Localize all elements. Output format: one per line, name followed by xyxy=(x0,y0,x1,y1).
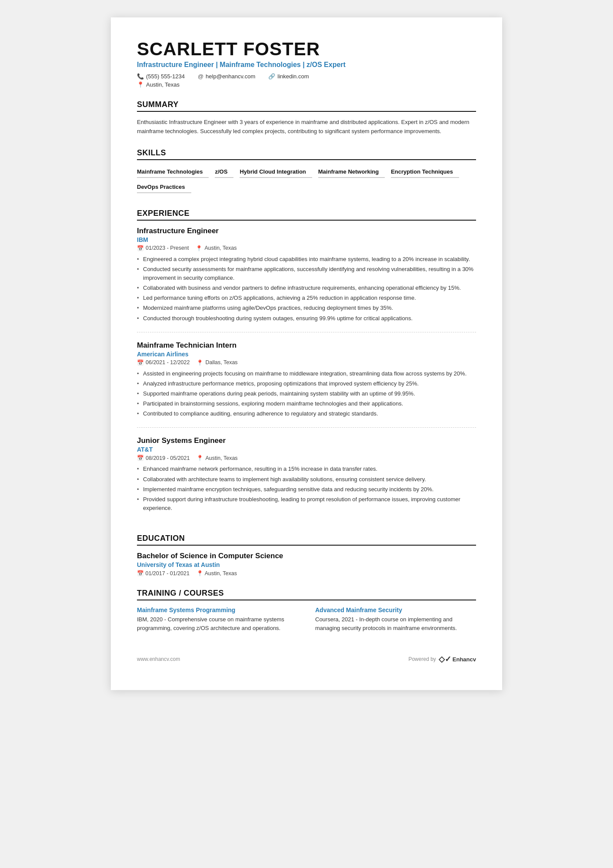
enhancv-icon: ◇✓ xyxy=(439,654,451,664)
contact-row-1: 📞 (555) 555-1234 @ help@enhancv.com 🔗 li… xyxy=(137,73,476,80)
bullet-item: Engineered a complex project integrating… xyxy=(137,255,476,264)
job-title: Infrastructure Engineer xyxy=(137,227,476,235)
education-title: EDUCATION xyxy=(137,534,476,546)
phone-icon: 📞 xyxy=(137,73,144,80)
bullet-item: Conducted security assessments for mainf… xyxy=(137,265,476,282)
linkedin-value: linkedin.com xyxy=(277,73,309,80)
job-entry: Mainframe Technician Intern American Air… xyxy=(137,341,476,428)
location-icon: 📍 xyxy=(197,359,203,366)
training-title: TRAINING / COURSES xyxy=(137,589,476,600)
company-name: American Airlines xyxy=(137,351,476,358)
edu-meta: 📅 01/2017 - 01/2021 📍 Austin, Texas xyxy=(137,570,476,576)
job-entry: Infrastructure Engineer IBM 📅 01/2023 - … xyxy=(137,227,476,332)
bullet-list: Assisted in engineering projects focusin… xyxy=(137,369,476,419)
location-icon: 📍 xyxy=(137,81,144,88)
calendar-icon: 📅 xyxy=(137,245,144,251)
job-dates: 01/2023 - Present xyxy=(146,245,189,251)
skills-list: Mainframe Technologiesz/OSHybrid Cloud I… xyxy=(137,166,476,197)
job-location: Dallas, Texas xyxy=(205,359,237,365)
edu-location-item: 📍 Austin, Texas xyxy=(197,570,237,576)
skill-item: Mainframe Networking xyxy=(318,166,385,178)
summary-section: SUMMARY Enthusiastic Infrastructure Engi… xyxy=(137,100,476,136)
edu-dates: 01/2017 - 01/2021 xyxy=(145,570,189,576)
job-location-item: 📍 Austin, Texas xyxy=(197,455,237,461)
skill-item: Hybrid Cloud Integration xyxy=(240,166,312,178)
edu-degree: Bachelor of Science in Computer Science xyxy=(137,552,476,560)
experience-section: EXPERIENCE Infrastructure Engineer IBM 📅… xyxy=(137,209,476,522)
job-dates: 06/2021 - 12/2022 xyxy=(146,359,190,365)
footer: www.enhancv.com Powered by ◇✓ Enhancv xyxy=(137,654,476,664)
location-value: Austin, Texas xyxy=(146,81,180,88)
job-meta: 📅 06/2021 - 12/2022 📍 Dallas, Texas xyxy=(137,359,476,366)
training-grid: Mainframe Systems Programming IBM, 2020 … xyxy=(137,607,476,633)
job-meta: 📅 08/2019 - 05/2021 📍 Austin, Texas xyxy=(137,455,476,461)
bullet-item: Enhanced mainframe network performance, … xyxy=(137,465,476,473)
job-title: Junior Systems Engineer xyxy=(137,436,476,445)
calendar-icon: 📅 xyxy=(137,455,144,461)
powered-by-text: Powered by xyxy=(408,656,436,662)
footer-brand: Powered by ◇✓ Enhancv xyxy=(408,654,476,664)
training-item-title: Advanced Mainframe Security xyxy=(315,607,476,613)
skill-item: Encryption Techniques xyxy=(391,166,459,178)
linkedin-contact: 🔗 linkedin.com xyxy=(268,73,309,80)
education-section: EDUCATION Bachelor of Science in Compute… xyxy=(137,534,476,576)
brand-name: Enhancv xyxy=(453,656,476,663)
job-location-item: 📍 Austin, Texas xyxy=(196,245,237,251)
bullet-item: Provided support during infrastructure t… xyxy=(137,495,476,513)
edu-location: Austin, Texas xyxy=(205,570,237,576)
job-location: Austin, Texas xyxy=(204,245,237,251)
training-item-text: Coursera, 2021 - In-depth course on impl… xyxy=(315,615,476,633)
summary-text: Enthusiastic Infrastructure Engineer wit… xyxy=(137,118,476,136)
bullet-item: Assisted in engineering projects focusin… xyxy=(137,369,476,378)
training-item-text: IBM, 2020 - Comprehensive course on main… xyxy=(137,615,298,633)
skills-section: SKILLS Mainframe Technologiesz/OSHybrid … xyxy=(137,148,476,197)
phone-value: (555) 555-1234 xyxy=(146,73,185,80)
job-location: Austin, Texas xyxy=(205,455,237,461)
bullet-item: Contributed to compliance auditing, ensu… xyxy=(137,409,476,418)
skill-item: z/OS xyxy=(215,166,233,178)
bullet-item: Implemented mainframe encryption techniq… xyxy=(137,485,476,494)
edu-location-icon: 📍 xyxy=(197,570,203,576)
contact-row-2: 📍 Austin, Texas xyxy=(137,81,476,88)
location-contact: 📍 Austin, Texas xyxy=(137,81,180,88)
skills-title: SKILLS xyxy=(137,148,476,160)
location-icon: 📍 xyxy=(197,455,203,461)
bullet-item: Analyzed infrastructure performance metr… xyxy=(137,379,476,388)
job-entry: Junior Systems Engineer AT&T 📅 08/2019 -… xyxy=(137,436,476,522)
experience-title: EXPERIENCE xyxy=(137,209,476,221)
calendar-icon: 📅 xyxy=(137,570,144,576)
resume-document: SCARLETT FOSTER Infrastructure Engineer … xyxy=(111,17,502,690)
email-icon: @ xyxy=(198,73,203,80)
bullet-item: Conducted thorough troubleshooting durin… xyxy=(137,314,476,323)
skill-item: DevOps Practices xyxy=(137,181,191,193)
header: SCARLETT FOSTER Infrastructure Engineer … xyxy=(137,39,476,88)
calendar-icon: 📅 xyxy=(137,359,144,366)
bullet-item: Collaborated with business and vendor pa… xyxy=(137,284,476,292)
bullet-list: Enhanced mainframe network performance, … xyxy=(137,465,476,513)
job-meta: 📅 01/2023 - Present 📍 Austin, Texas xyxy=(137,245,476,251)
person-name: SCARLETT FOSTER xyxy=(137,39,476,59)
skill-item: Mainframe Technologies xyxy=(137,166,209,178)
edu-dates-item: 📅 01/2017 - 01/2021 xyxy=(137,570,190,576)
bullet-list: Engineered a complex project integrating… xyxy=(137,255,476,323)
email-value: help@enhancv.com xyxy=(206,73,255,80)
bullet-item: Led performance tuning efforts on z/OS a… xyxy=(137,294,476,302)
enhancv-logo: ◇✓ Enhancv xyxy=(439,654,476,664)
job-dates-item: 📅 01/2023 - Present xyxy=(137,245,189,251)
education-entry: Bachelor of Science in Computer Science … xyxy=(137,552,476,576)
jobs-container: Infrastructure Engineer IBM 📅 01/2023 - … xyxy=(137,227,476,522)
email-contact: @ help@enhancv.com xyxy=(198,73,255,80)
job-location-item: 📍 Dallas, Texas xyxy=(197,359,237,366)
job-title: Mainframe Technician Intern xyxy=(137,341,476,350)
job-dates: 08/2019 - 05/2021 xyxy=(146,455,190,461)
training-item: Advanced Mainframe Security Coursera, 20… xyxy=(315,607,476,633)
job-dates-item: 📅 08/2019 - 05/2021 xyxy=(137,455,190,461)
edu-school: University of Texas at Austin xyxy=(137,561,476,568)
training-section: TRAINING / COURSES Mainframe Systems Pro… xyxy=(137,589,476,633)
summary-title: SUMMARY xyxy=(137,100,476,112)
person-title: Infrastructure Engineer | Mainframe Tech… xyxy=(137,61,476,69)
phone-contact: 📞 (555) 555-1234 xyxy=(137,73,185,80)
company-name: IBM xyxy=(137,236,476,243)
linkedin-icon: 🔗 xyxy=(268,73,275,80)
company-name: AT&T xyxy=(137,446,476,453)
